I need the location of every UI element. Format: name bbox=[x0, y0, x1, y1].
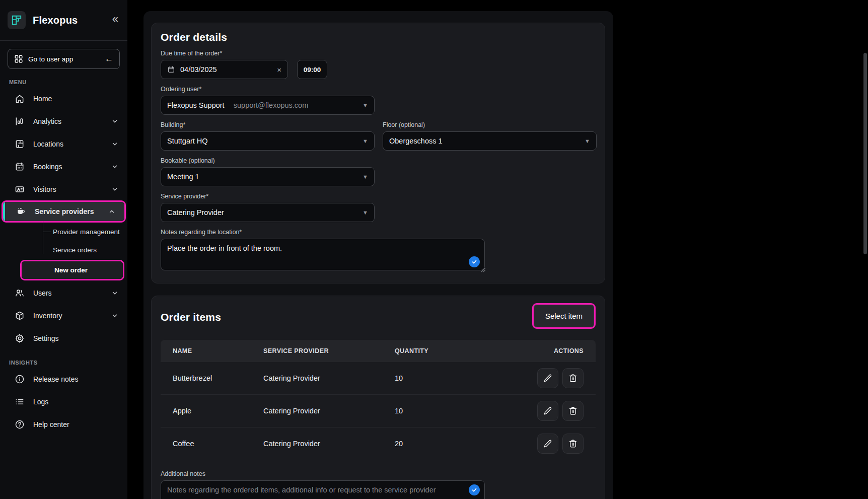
chevron-up-icon bbox=[108, 208, 115, 215]
home-icon bbox=[14, 94, 25, 104]
chevron-down-icon bbox=[111, 163, 118, 170]
info-icon bbox=[14, 374, 25, 384]
ordering-user-email: – support@flexopus.com bbox=[228, 101, 309, 109]
col-header-provider: SERVICE PROVIDER bbox=[263, 347, 395, 354]
sidebar-nav: Home Analytics Locations Bookings bbox=[0, 87, 127, 349]
sidebar-item-help-center[interactable]: Help center bbox=[0, 413, 127, 436]
delete-item-button[interactable] bbox=[562, 434, 584, 454]
main-panel: Order details Due time of the order* 04/… bbox=[143, 11, 613, 499]
grid-icon bbox=[14, 54, 23, 63]
order-items-title: Order items bbox=[161, 311, 221, 323]
order-items-table: NAME SERVICE PROVIDER QUANTITY ACTIONS B… bbox=[161, 340, 596, 460]
arrow-left-icon: ← bbox=[105, 54, 113, 64]
item-name: Apple bbox=[173, 407, 263, 415]
dropdown-caret-icon: ▼ bbox=[363, 102, 368, 108]
sidebar-item-visitors[interactable]: Visitors bbox=[0, 178, 127, 200]
edit-item-button[interactable] bbox=[537, 434, 558, 454]
table-header-row: NAME SERVICE PROVIDER QUANTITY ACTIONS bbox=[161, 340, 596, 362]
grammar-check-icon[interactable] bbox=[469, 256, 480, 267]
building-select[interactable]: Stuttgart HQ ▼ bbox=[161, 131, 375, 151]
bookable-field: Bookable (optional) Meeting 1 ▼ bbox=[161, 157, 596, 186]
locations-icon bbox=[14, 139, 25, 149]
go-to-user-app-label: Go to user app bbox=[28, 55, 73, 63]
sidebar-subitem-service-orders[interactable]: Service orders bbox=[0, 241, 127, 259]
floor-select[interactable]: Obergeschoss 1 ▼ bbox=[383, 131, 597, 151]
new-order-highlight: New order bbox=[20, 260, 124, 280]
ordering-user-select[interactable]: Flexopus Support – support@flexopus.com … bbox=[161, 96, 375, 115]
sidebar-subitem-provider-management[interactable]: Provider management bbox=[0, 223, 127, 241]
users-icon bbox=[14, 288, 25, 298]
delete-item-button[interactable] bbox=[562, 368, 584, 388]
sidebar-collapse-icon[interactable]: « bbox=[112, 14, 118, 27]
floor-field: Floor (optional) Obergeschoss 1 ▼ bbox=[383, 121, 597, 151]
flexopus-logo-icon bbox=[8, 11, 26, 29]
list-icon bbox=[14, 397, 25, 407]
service-provider-select[interactable]: Catering Provider ▼ bbox=[161, 203, 375, 222]
location-notes-textarea[interactable]: Place the order in front of the room. bbox=[161, 239, 485, 270]
chevron-down-icon bbox=[111, 186, 118, 193]
additional-notes-field: Additional notes bbox=[161, 470, 596, 499]
table-row: Coffee Catering Provider 20 bbox=[161, 427, 596, 460]
location-notes-field: Notes regarding the location* Place the … bbox=[161, 229, 596, 270]
item-name: Butterbrezel bbox=[173, 374, 263, 382]
table-row: Butterbrezel Catering Provider 10 bbox=[161, 362, 596, 395]
due-time-field: Due time of the order* 04/03/2025 × 09:0… bbox=[161, 50, 596, 79]
chevron-down-icon bbox=[111, 312, 118, 319]
sidebar-item-analytics[interactable]: Analytics bbox=[0, 110, 127, 132]
chevron-down-icon bbox=[111, 118, 118, 125]
sidebar-item-release-notes[interactable]: Release notes bbox=[0, 368, 127, 390]
sidebar-item-inventory[interactable]: Inventory bbox=[0, 304, 127, 327]
select-item-button[interactable]: Select item bbox=[534, 305, 594, 327]
scrollbar[interactable] bbox=[863, 53, 867, 254]
item-provider: Catering Provider bbox=[263, 407, 395, 415]
resize-handle[interactable] bbox=[480, 266, 486, 272]
dropdown-caret-icon: ▼ bbox=[363, 138, 368, 144]
dropdown-caret-icon: ▼ bbox=[363, 209, 368, 216]
bookings-icon bbox=[14, 162, 25, 172]
go-to-user-app-button[interactable]: Go to user app ← bbox=[8, 49, 120, 69]
insights-section-label: INSIGHTS bbox=[0, 360, 127, 366]
service-providers-subnav: Provider management Service orders New o… bbox=[0, 223, 127, 281]
coffee-cup-icon bbox=[16, 206, 27, 217]
service-provider-field: Service provider* Catering Provider ▼ bbox=[161, 193, 596, 222]
divider bbox=[0, 40, 127, 41]
select-item-highlight: Select item bbox=[532, 303, 596, 329]
edit-item-button[interactable] bbox=[537, 368, 558, 388]
item-provider: Catering Provider bbox=[263, 374, 395, 382]
inventory-box-icon bbox=[14, 311, 25, 321]
due-time-button[interactable]: 09:00 bbox=[297, 60, 327, 79]
ordering-user-field: Ordering user* Flexopus Support – suppor… bbox=[161, 86, 596, 115]
dropdown-caret-icon: ▼ bbox=[585, 138, 590, 144]
edit-item-button[interactable] bbox=[537, 401, 558, 421]
sidebar-item-home[interactable]: Home bbox=[0, 87, 127, 110]
sidebar-item-settings[interactable]: Settings bbox=[0, 327, 127, 349]
dropdown-caret-icon: ▼ bbox=[363, 174, 368, 180]
service-providers-highlight: Service providers bbox=[2, 200, 126, 223]
col-header-name: NAME bbox=[173, 347, 263, 354]
sidebar-insights-nav: Release notes Logs Help center bbox=[0, 368, 127, 436]
question-icon bbox=[14, 419, 25, 430]
delete-item-button[interactable] bbox=[562, 401, 584, 421]
clear-date-icon[interactable]: × bbox=[277, 65, 281, 74]
order-details-title: Order details bbox=[161, 31, 596, 43]
grammar-check-icon[interactable] bbox=[469, 484, 480, 495]
sidebar-item-locations[interactable]: Locations bbox=[0, 132, 127, 155]
item-name: Coffee bbox=[173, 440, 263, 448]
sidebar-subitem-new-order[interactable]: New order bbox=[22, 261, 123, 279]
order-details-card: Order details Due time of the order* 04/… bbox=[151, 23, 605, 283]
sidebar-item-users[interactable]: Users bbox=[0, 281, 127, 304]
sidebar-item-logs[interactable]: Logs bbox=[0, 390, 127, 413]
additional-notes-textarea[interactable] bbox=[161, 480, 485, 499]
col-header-actions: ACTIONS bbox=[523, 347, 584, 354]
sidebar-item-bookings[interactable]: Bookings bbox=[0, 155, 127, 178]
sidebar-item-service-providers[interactable]: Service providers bbox=[3, 202, 124, 221]
bookable-select[interactable]: Meeting 1 ▼ bbox=[161, 167, 375, 186]
item-quantity: 10 bbox=[395, 374, 523, 382]
item-quantity: 10 bbox=[395, 407, 523, 415]
item-provider: Catering Provider bbox=[263, 440, 395, 448]
table-row: Apple Catering Provider 10 bbox=[161, 395, 596, 427]
sidebar: Flexopus « Go to user app ← MENU Home An… bbox=[0, 0, 127, 499]
due-date-input[interactable]: 04/03/2025 × bbox=[161, 60, 288, 79]
analytics-icon bbox=[14, 116, 25, 126]
building-field: Building* Stuttgart HQ ▼ bbox=[161, 121, 375, 151]
